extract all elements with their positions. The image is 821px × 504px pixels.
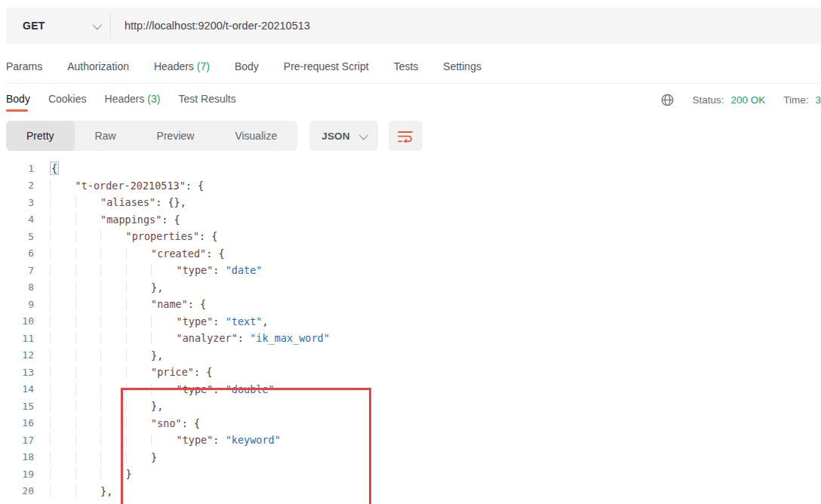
- code-line: 7 "type": "date": [0, 262, 821, 279]
- tab-tests[interactable]: Tests: [394, 60, 419, 72]
- json-punctuation: ,: [262, 315, 268, 327]
- tab-label: Body: [6, 93, 30, 105]
- view-mode-pretty[interactable]: Pretty: [6, 121, 75, 151]
- indent-guide: [75, 400, 101, 412]
- json-punctuation: : {: [199, 230, 217, 242]
- line-text: "price": {: [50, 366, 212, 378]
- indent-guide: [100, 468, 126, 480]
- response-body-editor[interactable]: 1{2 "t-order-20210513": {3 "aliases": {}…: [0, 160, 821, 504]
- indent-guide: [50, 434, 75, 446]
- line-number: 15: [0, 401, 34, 412]
- tab-headers[interactable]: Headers (7): [154, 60, 210, 72]
- response-toolbar: Pretty Raw Preview Visualize JSON: [6, 121, 821, 151]
- indent-guide: [151, 434, 177, 446]
- indent-guide: [50, 417, 75, 429]
- indent-guide: [50, 180, 75, 192]
- line-text: "t-order-20210513": {: [50, 180, 204, 192]
- indent-guide: [100, 383, 126, 395]
- line-number: 3: [0, 197, 34, 208]
- view-mode-switcher: Pretty Raw Preview Visualize: [6, 121, 297, 151]
- indent-guide: [50, 349, 75, 361]
- line-text: },: [50, 349, 163, 361]
- line-number: 10: [0, 315, 34, 327]
- json-punctuation: : {: [194, 366, 212, 378]
- json-string-value: "date": [226, 264, 263, 276]
- indent-guide: [126, 315, 152, 327]
- chevron-down-icon: [93, 20, 103, 29]
- json-string-value: "ik_max_word": [250, 332, 330, 344]
- view-mode-visualize[interactable]: Visualize: [214, 121, 297, 151]
- tab-params[interactable]: Params: [6, 60, 42, 72]
- indent-guide: [75, 451, 101, 463]
- tab-label: Test Results: [178, 93, 235, 105]
- indent-guide: [126, 434, 152, 446]
- response-tab-cookies[interactable]: Cookies: [48, 85, 87, 114]
- indent-guide: [50, 264, 75, 276]
- response-tab-test-results[interactable]: Test Results: [178, 85, 235, 114]
- indent-guide: [151, 383, 177, 395]
- line-number: 1: [0, 163, 34, 174]
- view-mode-raw[interactable]: Raw: [75, 121, 137, 151]
- headers-count-badge: (7): [197, 60, 210, 72]
- indent-guide: [100, 315, 126, 327]
- format-select[interactable]: JSON: [309, 121, 378, 151]
- code-line: 18 }: [0, 449, 821, 466]
- indent-guide: [50, 451, 75, 463]
- indent-guide: [75, 366, 101, 378]
- wrap-text-icon: [397, 130, 414, 143]
- line-number: 7: [0, 265, 34, 276]
- indent-guide: [75, 264, 101, 276]
- view-mode-preview[interactable]: Preview: [137, 121, 215, 151]
- indent-guide: [75, 485, 101, 497]
- json-punctuation: :: [213, 383, 225, 395]
- tab-settings[interactable]: Settings: [443, 60, 481, 72]
- response-tab-headers[interactable]: Headers (3): [105, 85, 161, 114]
- code-line: 10 "type": "text",: [0, 313, 821, 330]
- url-input[interactable]: http://localhost:9200/t-order-20210513: [111, 8, 821, 44]
- wrap-lines-button[interactable]: [389, 121, 423, 151]
- code-line: 13 "price": {: [0, 364, 821, 381]
- line-number: 17: [0, 435, 34, 446]
- response-tab-body[interactable]: Body: [6, 85, 30, 114]
- line-number: 18: [0, 451, 34, 463]
- indent-guide: [75, 281, 101, 293]
- response-meta: Status: 200 OK Time: 3: [661, 94, 821, 106]
- line-text: },: [50, 485, 112, 497]
- line-number: 20: [0, 485, 34, 496]
- line-number: 9: [0, 299, 34, 310]
- method-label: GET: [23, 20, 45, 32]
- json-string-value: "double": [226, 383, 275, 395]
- line-number: 2: [0, 180, 34, 191]
- indent-guide: [75, 298, 101, 310]
- json-key: "type": [177, 383, 214, 395]
- code-line: 14 "type": "double": [0, 381, 821, 398]
- line-text: "created": {: [50, 247, 225, 260]
- line-text: "analyzer": "ik_max_word": [50, 332, 330, 344]
- time-value: 3: [815, 94, 821, 106]
- code-line: 4 "mappings": {: [0, 211, 821, 229]
- json-key: "properties": [126, 230, 200, 242]
- line-text: "properties": {: [50, 230, 217, 242]
- indent-guide: [100, 332, 126, 344]
- indent-guide: [151, 315, 177, 327]
- line-text: "name": {: [50, 298, 206, 310]
- tab-body[interactable]: Body: [235, 60, 259, 72]
- line-text: "type": "double": [50, 383, 275, 395]
- indent-guide: [100, 451, 126, 463]
- indent-guide: [126, 298, 152, 310]
- method-select[interactable]: GET: [6, 8, 110, 44]
- indent-guide: [100, 298, 126, 310]
- tab-pre-request-script[interactable]: Pre-request Script: [284, 60, 369, 72]
- line-number: 8: [0, 281, 34, 293]
- globe-icon: [661, 94, 674, 106]
- request-tabs: Params Authorization Headers (7) Body Pr…: [6, 50, 821, 84]
- json-punctuation: :: [213, 434, 225, 446]
- indent-guide: [75, 434, 101, 446]
- status-badge: 200 OK: [730, 94, 765, 106]
- active-tab-underline: [6, 109, 28, 112]
- tab-authorization[interactable]: Authorization: [67, 60, 129, 72]
- response-header: Body Cookies Headers (3) Test Results St…: [6, 84, 821, 115]
- json-key: "type": [177, 315, 214, 327]
- line-number: 14: [0, 383, 34, 395]
- json-punctuation: },: [151, 281, 163, 293]
